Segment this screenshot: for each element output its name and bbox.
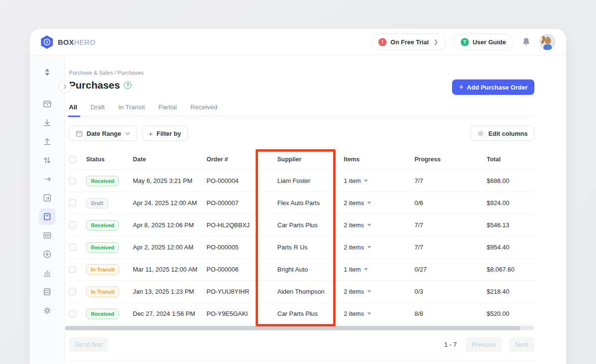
page-help-icon[interactable]: ?	[124, 81, 131, 89]
table-row[interactable]: In Transit Mar 11, 2025 12:00 AM PO-0000…	[69, 259, 534, 281]
column-header-status[interactable]: Status	[86, 156, 133, 163]
analytics-icon[interactable]	[39, 265, 55, 281]
cell-items-dropdown[interactable]: 2 items	[344, 244, 415, 251]
status-badge: Received	[86, 220, 119, 231]
cell-supplier: Car Parts Plus	[277, 221, 344, 229]
stock-out-icon[interactable]	[39, 133, 55, 150]
column-header-supplier[interactable]: Supplier	[277, 156, 344, 163]
cell-date: Apr 8, 2025 12:06 PM	[133, 221, 207, 229]
table-row[interactable]: In Transit Jan 13, 2025 1:23 PM PO-YUU8Y…	[69, 281, 534, 303]
table-row[interactable]: Received Apr 8, 2025 12:06 PM PO-HL2QBBX…	[69, 214, 534, 236]
cell-items-dropdown[interactable]: 2 items	[344, 199, 415, 207]
chevron-right-icon: ❯	[434, 39, 439, 45]
adjust-icon[interactable]	[39, 152, 55, 169]
trial-label: On Free Trial	[390, 39, 428, 46]
horizontal-scrollbar[interactable]	[65, 326, 534, 330]
plus-icon: +	[149, 130, 153, 138]
cell-supplier: Parts R Us	[277, 244, 344, 251]
add-circle-icon[interactable]	[39, 246, 55, 262]
column-header-date[interactable]: Date	[133, 156, 207, 163]
row-checkbox[interactable]	[69, 177, 76, 184]
table-header-row: Status Date Order # Supplier Items Progr…	[69, 149, 534, 170]
items-label: 2 items	[344, 221, 364, 229]
column-header-progress[interactable]: Progress	[415, 156, 487, 163]
box-icon[interactable]	[39, 96, 55, 112]
cell-total: $218.40	[487, 288, 534, 295]
scrollbar-thumb[interactable]	[65, 326, 520, 330]
column-header-total[interactable]: Total	[487, 156, 534, 163]
tab-received[interactable]: Received	[190, 104, 217, 116]
row-checkbox[interactable]	[69, 199, 76, 207]
transactions-icon[interactable]: 1	[39, 190, 55, 206]
cell-progress: 0/3	[415, 288, 487, 295]
plus-icon: +	[459, 83, 463, 91]
cell-progress: 7/7	[415, 221, 487, 229]
cell-progress: 8/8	[415, 310, 487, 317]
tab-draft[interactable]: Draft	[91, 104, 104, 116]
table-row[interactable]: Draft Apr 24, 2025 12:00 AM PO-000007 Fl…	[69, 192, 534, 214]
cell-supplier: Bright Auto	[277, 266, 344, 273]
data-icon[interactable]	[39, 284, 55, 300]
column-header-items[interactable]: Items	[344, 156, 415, 163]
date-range-dropdown[interactable]: Date Range	[69, 126, 137, 141]
boxhero-logo[interactable]: BOXHERO	[40, 35, 96, 49]
user-guide-label: User Guide	[473, 39, 506, 46]
table-row[interactable]: Received Apr 2, 2025 12:00 AM PO-000005 …	[69, 236, 534, 259]
chevron-down-icon	[125, 131, 130, 136]
barcode-icon[interactable]	[39, 227, 55, 244]
cell-progress: 0/6	[415, 199, 487, 207]
bell-icon[interactable]	[521, 37, 531, 47]
cell-total: $8,067.60	[487, 266, 534, 273]
status-badge: Draft	[86, 198, 108, 208]
cell-order-number: PO-000005	[207, 244, 277, 251]
next-button[interactable]: Next	[509, 337, 534, 352]
row-checkbox[interactable]	[69, 310, 76, 317]
go-to-first-button[interactable]: Go to first	[69, 337, 108, 352]
status-badge: In Transit	[86, 264, 119, 275]
filter-by-button[interactable]: + Filter by	[142, 126, 188, 141]
boxhero-hexagon-icon	[40, 35, 53, 49]
previous-button[interactable]: Previous	[466, 337, 503, 352]
status-tabs: All Draft In Transit Partial Received	[69, 104, 534, 117]
cell-order-number: PO-YUU8YIHR	[207, 288, 277, 295]
row-checkbox[interactable]	[69, 288, 76, 295]
settings-icon[interactable]	[39, 302, 55, 319]
stock-in-icon[interactable]	[39, 115, 55, 131]
row-checkbox[interactable]	[69, 221, 76, 229]
collapse-handle-icon[interactable]	[39, 64, 55, 80]
row-checkbox[interactable]	[69, 266, 76, 273]
user-avatar[interactable]	[539, 34, 556, 50]
tab-in-transit[interactable]: In Transit	[118, 104, 145, 116]
purchases-icon[interactable]	[39, 208, 55, 225]
row-checkbox[interactable]	[69, 244, 76, 251]
cell-progress: 7/7	[415, 177, 487, 184]
select-all-checkbox[interactable]	[69, 156, 76, 163]
items-label: 2 items	[344, 288, 364, 295]
cell-date: Apr 2, 2025 12:00 AM	[133, 244, 207, 251]
items-expand-icon	[367, 312, 371, 315]
cell-items-dropdown[interactable]: 2 items	[344, 221, 415, 229]
free-trial-button[interactable]: ! On Free Trial ❯	[371, 34, 446, 50]
user-guide-button[interactable]: ? User Guide	[453, 34, 513, 50]
cell-items-dropdown[interactable]: 2 items	[344, 310, 415, 317]
breadcrumb[interactable]: Purchase & Sales / Purchases	[69, 70, 534, 76]
cell-order-number: PO-Y9E5GAKI	[207, 310, 277, 317]
tab-partial[interactable]: Partial	[158, 104, 177, 116]
cell-total: $924.00	[487, 199, 534, 207]
cell-items-dropdown[interactable]: 2 items	[344, 288, 415, 295]
cell-items-dropdown[interactable]: 1 item	[344, 266, 415, 273]
table-row[interactable]: Received Dec 27, 2024 1:56 PM PO-Y9E5GAK…	[69, 303, 534, 325]
items-label: 1 item	[344, 177, 361, 184]
table-row[interactable]: Received May 6, 2025 3:21 PM PO-000004 L…	[69, 170, 534, 192]
cell-items-dropdown[interactable]: 1 item	[344, 177, 415, 184]
cell-progress: 7/7	[415, 244, 487, 251]
column-header-order[interactable]: Order #	[207, 156, 277, 163]
tab-all[interactable]: All	[69, 104, 77, 116]
move-icon[interactable]	[39, 171, 55, 187]
cell-supplier: Flex Auto Parts	[277, 199, 344, 207]
cell-order-number: PO-000007	[207, 199, 277, 207]
add-purchase-order-button[interactable]: + Add Purchase Order	[452, 79, 534, 95]
edit-columns-button[interactable]: Edit columns	[470, 126, 534, 141]
expand-chevron-icon[interactable]	[59, 80, 71, 93]
items-expand-icon	[367, 290, 371, 293]
